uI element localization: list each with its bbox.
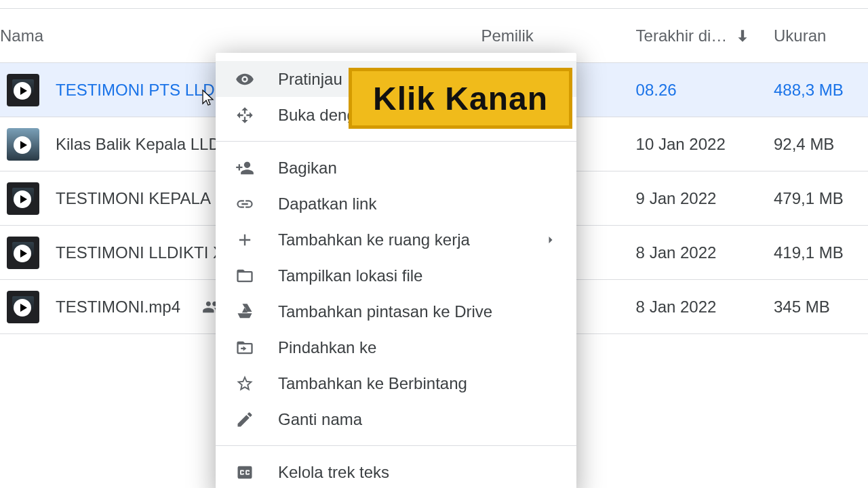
callout-text: Klik Kanan: [373, 80, 548, 117]
video-thumbnail-icon: [7, 182, 39, 215]
menu-label: Tambahkan pintasan ke Drive: [278, 302, 557, 321]
menu-share[interactable]: Bagikan: [216, 150, 576, 186]
menu-add-star[interactable]: Tambahkan ke Berbintang: [216, 365, 576, 401]
menu-add-workspace[interactable]: Tambahkan ke ruang kerja: [216, 222, 576, 258]
menu-rename[interactable]: Ganti nama: [216, 401, 576, 437]
menu-show-location[interactable]: Tampilkan lokasi file: [216, 258, 576, 293]
menu-get-link[interactable]: Dapatkan link: [216, 186, 576, 222]
menu-add-shortcut[interactable]: Tambahkan pintasan ke Drive: [216, 293, 576, 329]
menu-label: Tambahkan ke Berbintang: [278, 374, 557, 393]
file-size: 92,4 MB: [774, 135, 861, 154]
star-icon: [235, 374, 255, 393]
cc-icon: [235, 463, 255, 482]
file-date: 10 Jan 2022: [636, 135, 774, 154]
menu-move-to[interactable]: Pindahkan ke: [216, 329, 576, 365]
header-owner[interactable]: Pemilik: [481, 26, 635, 45]
plus-icon: [235, 230, 255, 249]
chevron-right-icon: [544, 233, 557, 247]
file-size: 479,1 MB: [774, 189, 861, 208]
drive-shortcut-icon: [235, 302, 255, 321]
callout-banner: Klik Kanan: [349, 68, 572, 129]
menu-label: Kelola trek teks: [278, 463, 557, 482]
file-size: 419,1 MB: [774, 243, 861, 262]
file-size: 345 MB: [774, 298, 861, 317]
eye-icon: [235, 70, 255, 89]
menu-manage-tracks[interactable]: Kelola trek teks: [216, 454, 576, 488]
header-name[interactable]: Nama: [0, 26, 481, 45]
menu-label: Dapatkan link: [278, 195, 557, 214]
file-size: 488,3 MB: [774, 81, 861, 100]
video-thumbnail-icon: [7, 74, 39, 106]
file-name: TESTIMONI.mp4: [56, 298, 180, 317]
header-modified[interactable]: Terakhir di…: [636, 26, 774, 45]
folder-icon: [235, 266, 255, 285]
header-size[interactable]: Ukuran: [774, 26, 861, 45]
sort-arrow-down-icon: [734, 27, 751, 45]
menu-label: Pindahkan ke: [278, 338, 557, 357]
menu-divider: [216, 445, 576, 446]
file-date: 8 Jan 2022: [636, 243, 774, 262]
menu-label: Bagikan: [278, 159, 557, 178]
file-date: 9 Jan 2022: [636, 189, 774, 208]
menu-divider: [216, 141, 576, 142]
pencil-icon: [235, 410, 255, 429]
header-modified-label: Terakhir di…: [636, 26, 728, 45]
menu-label: Tampilkan lokasi file: [278, 266, 557, 285]
mouse-cursor-icon: [202, 89, 216, 108]
open-with-icon: [235, 106, 255, 125]
link-icon: [235, 195, 255, 214]
person-add-icon: [235, 159, 255, 178]
menu-label: Ganti nama: [278, 410, 557, 429]
folder-move-icon: [235, 338, 255, 357]
menu-label: Tambahkan ke ruang kerja: [278, 230, 521, 249]
video-thumbnail-icon: [7, 128, 39, 161]
video-thumbnail-icon: [7, 237, 39, 269]
file-date: 08.26: [636, 81, 774, 100]
file-date: 8 Jan 2022: [636, 298, 774, 317]
video-thumbnail-icon: [7, 291, 39, 323]
